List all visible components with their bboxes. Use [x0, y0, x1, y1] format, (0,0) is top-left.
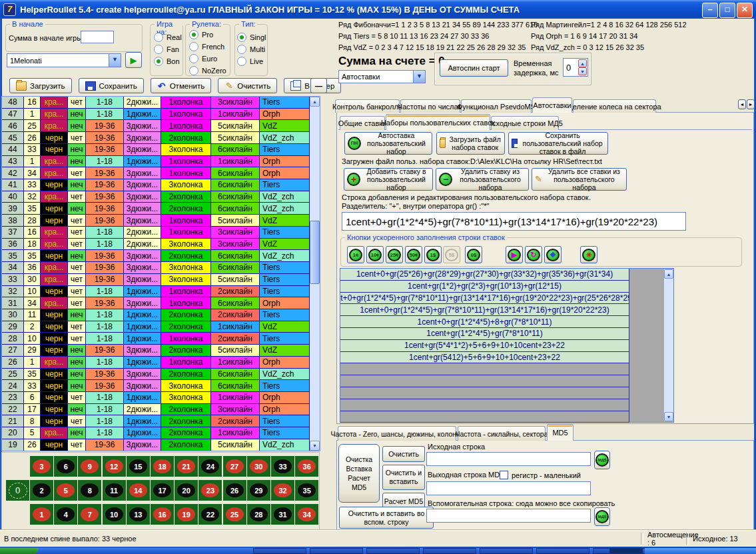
scroll-down-icon[interactable]: ▼: [664, 412, 673, 421]
autobet-mode-combo[interactable]: Автоставки ▼: [338, 70, 426, 83]
roulette-cell-1[interactable]: 1: [30, 504, 53, 525]
table-row[interactable]: 4234кра...чет19-363дюжи...1колонка6сикла…: [2, 167, 310, 179]
roulette-cell-27[interactable]: 27: [223, 456, 246, 477]
quick-fill-button[interactable]: ❖: [544, 246, 562, 263]
tabs-scroll-right-icon[interactable]: ►: [747, 99, 755, 109]
bottom-tabs-1[interactable]: Частота - сиклайны, сектора: [458, 426, 546, 441]
roulette-cell-31[interactable]: 31: [271, 504, 294, 525]
table-row[interactable]: 431кра...неч1-181дюжи...1колонка1сиклайн…: [2, 156, 310, 168]
scrollbar-thumb[interactable]: [310, 221, 320, 284]
main-tabs-3[interactable]: Автоставки: [532, 97, 572, 113]
roulette-cell-35[interactable]: 35: [295, 480, 318, 501]
taskbar-button[interactable]: [423, 548, 476, 554]
maximize-button[interactable]: □: [719, 3, 735, 18]
roulette-cell-9[interactable]: 9: [78, 456, 101, 477]
table-row[interactable]: 4032кра...чет19-363дюжи...2колонка6сикла…: [2, 191, 310, 203]
radio-multi[interactable]: Multi: [237, 43, 266, 55]
taskbar-button[interactable]: [366, 548, 420, 554]
quick-play-button[interactable]: ▶: [506, 246, 523, 263]
roulette-cell-17[interactable]: 17: [151, 480, 174, 501]
sub-tabs-1[interactable]: Наборы пользовательских ставок: [386, 114, 490, 130]
table-row[interactable]: 3436кра...чет19-363дюжи...3колонка6сикла…: [2, 262, 310, 274]
table-row[interactable]: 236чернчет1-181дюжи...3колонка1сиклайнOr…: [2, 392, 310, 404]
coin-button-10¢[interactable]: 10¢: [366, 246, 384, 263]
table-scrollbar[interactable]: ▲ ▼: [310, 97, 320, 451]
table-row[interactable]: 2535черннеч19-363дюжи...2колонка6сиклайн…: [2, 369, 310, 381]
save-set-file-button[interactable]: Сохранить пользовательский набор ставок …: [508, 132, 608, 155]
table-row[interactable]: 4625кра...неч19-363дюжи...1колонка5сикла…: [2, 120, 310, 132]
taskbar-button[interactable]: [480, 548, 533, 554]
autospin-start-button[interactable]: Автоспин старт: [440, 59, 508, 77]
minimize-button[interactable]: –: [702, 3, 718, 18]
roulette-cell-16[interactable]: 16: [151, 504, 174, 525]
toolbar-undo-button[interactable]: ↶Отменить: [151, 78, 212, 93]
start-sum-input[interactable]: [81, 31, 114, 43]
load-set-file-button[interactable]: Загрузить файл набора ставок: [436, 132, 505, 155]
radio-fan[interactable]: Fan: [154, 43, 182, 55]
sub-tabs-0[interactable]: Общие ставки: [340, 116, 385, 130]
table-row[interactable]: 4526чернчет19-363дюжи...2колонка5сиклайн…: [2, 132, 310, 144]
roulette-cell-2[interactable]: 2: [30, 480, 53, 501]
taskbar-button[interactable]: [253, 548, 306, 554]
lowercase-checkbox[interactable]: [500, 471, 508, 479]
roulette-cell-26[interactable]: 26: [223, 480, 246, 501]
main-tabs-0[interactable]: Контроль банкролла: [335, 99, 400, 113]
roulette-cell-24[interactable]: 24: [198, 456, 222, 477]
md5-clear-and-paste-button[interactable]: Очистить и вставить: [382, 465, 425, 490]
md5-clear-paste-aux-button[interactable]: Очистить и вставить во вспом. строку: [339, 507, 434, 529]
roulette-cell-23[interactable]: 23: [198, 480, 222, 501]
scroll-down-icon[interactable]: ▼: [310, 441, 320, 451]
scroll-up-icon[interactable]: ▲: [310, 97, 320, 107]
table-row[interactable]: 3535черннеч19-363дюжи...2колонка6сиклайн…: [2, 250, 310, 262]
roulette-cell-14[interactable]: 14: [127, 480, 150, 501]
tabs-scroll-left-icon[interactable]: ◄: [738, 99, 746, 109]
roulette-cell-33[interactable]: 33: [271, 456, 294, 477]
roulette-cell-3[interactable]: 3: [30, 456, 53, 477]
table-row[interactable]: 3716кра...чет1-182дюжи...1колонка3сиклай…: [2, 227, 310, 239]
add-bet-button[interactable]: + Добавить ставку в пользовательский наб…: [344, 168, 433, 191]
start-button[interactable]: [0, 548, 38, 554]
delay-spinner[interactable]: 0 ▲ ▼: [563, 58, 588, 77]
roulette-cell-34[interactable]: 34: [295, 504, 318, 525]
roulette-cell-32[interactable]: 32: [271, 480, 294, 501]
radio-french[interactable]: French: [189, 41, 226, 53]
roulette-cell-10[interactable]: 10: [103, 504, 126, 525]
table-row[interactable]: 3330кра...чет19-363дюжи...3колонка5сикла…: [2, 274, 310, 286]
roulette-cell-19[interactable]: 19: [175, 504, 198, 525]
bet-list-item[interactable]: 1cent+0+gr(1*2*4*5)+gr(7*8*10*11)+gr(13*…: [340, 293, 629, 305]
sub-tabs-2[interactable]: Исходные строки МД5: [491, 116, 559, 130]
play-button[interactable]: ▶: [125, 52, 142, 68]
strategy-combo[interactable]: 1Melonati ▼: [7, 53, 121, 67]
radio-live[interactable]: Live: [237, 55, 266, 67]
close-button[interactable]: ✕: [737, 3, 753, 18]
coin-button-25¢[interactable]: 25¢: [386, 246, 403, 263]
table-row[interactable]: 3134кра...чет19-363дюжи...1колонка6сикла…: [2, 297, 310, 309]
bet-list-scrollbar[interactable]: ▲ ▼: [664, 269, 673, 421]
roulette-cell-6[interactable]: 6: [54, 456, 77, 477]
table-row[interactable]: 205кра...неч1-181дюжи...2колонка1сиклайн…: [2, 427, 310, 439]
radio-euro[interactable]: Euro: [189, 53, 226, 65]
roulette-cell-25[interactable]: 25: [223, 504, 246, 525]
table-row[interactable]: 218чернчет1-181дюжи...2колонка2сиклайнTi…: [2, 415, 310, 427]
md5-output-input[interactable]: [426, 481, 591, 495]
coin-button-1¢[interactable]: 1¢: [347, 246, 364, 263]
toolbar-save-button[interactable]: Сохранить: [79, 78, 144, 93]
scroll-up-icon[interactable]: ▲: [664, 269, 673, 279]
bottom-tabs-0[interactable]: Частота - Zero, шансы, дюжины, колонки: [338, 426, 456, 441]
bet-list-item[interactable]: 1cent+0+gr(25*26)+gr(28*29)+gr(27*30)+gr…: [340, 269, 629, 281]
bet-list-item[interactable]: 1cent+0+gr(1*2*4*5)+8+gr(7*8*10*11): [340, 316, 629, 328]
collapse-button[interactable]: —: [310, 78, 327, 93]
roulette-cell-30[interactable]: 30: [247, 456, 270, 477]
main-tabs-4[interactable]: Деление колеса на сектора: [573, 99, 656, 113]
roulette-cell-28[interactable]: 28: [247, 504, 270, 525]
roulette-cell-22[interactable]: 22: [198, 504, 222, 525]
md5-aux-button[interactable]: МД5: [594, 507, 610, 526]
md5-source-input[interactable]: [426, 452, 591, 466]
table-row[interactable]: 4816кра...чет1-182дюжи...1колонка3сиклай…: [2, 97, 310, 109]
roulette-cell-8[interactable]: 8: [78, 480, 101, 501]
roulette-cell-20[interactable]: 20: [175, 480, 198, 501]
roulette-cell-36[interactable]: 36: [295, 456, 318, 477]
table-row[interactable]: 2433черннеч19-363дюжи...3колонка6сиклайн…: [2, 380, 310, 392]
roulette-cell-15[interactable]: 15: [127, 456, 150, 477]
taskbar-button[interactable]: [536, 548, 589, 554]
